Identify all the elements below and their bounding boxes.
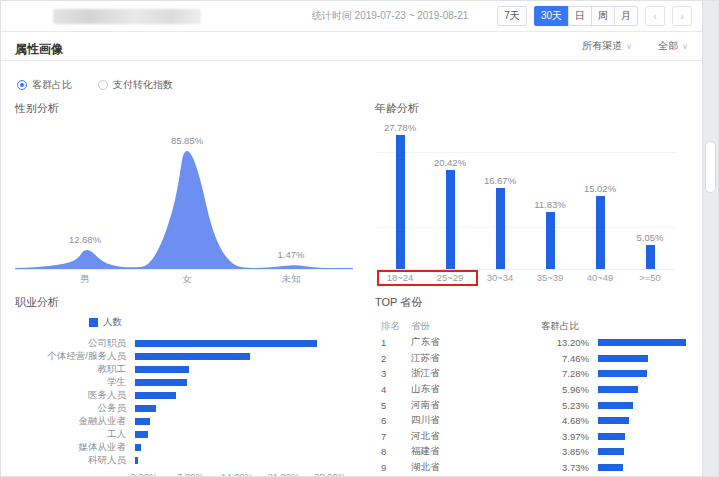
province-rank: 3	[381, 368, 411, 379]
scope-filter-dropdown[interactable]: 全部∨	[658, 39, 688, 60]
province-rank: 7	[381, 431, 411, 442]
province-row-四川省: 6四川省4.68%	[381, 413, 688, 429]
province-share-value: 7.28%	[541, 368, 589, 379]
app-window: 统计时间 2019-07-23 ~ 2019-08-21 7天30天日周月 ‹ …	[0, 0, 719, 477]
province-name: 山东省	[411, 383, 541, 396]
gender-chart-title: 性别分析	[15, 101, 355, 116]
occupation-bar-chart: 公司职员个体经营/服务人员教职工学生医务人员公务员金融从业者工人媒体从业者科研人…	[15, 337, 355, 467]
age-category-axis: 18~2425~2930~3435~3940~49>=50	[375, 272, 675, 283]
page-title: 属性画像	[15, 41, 63, 60]
header-share: 客群占比	[541, 320, 589, 333]
gender-value-label: 12.68%	[69, 234, 101, 245]
age-category-label: 40~49	[575, 272, 625, 283]
occupation-bar	[135, 405, 156, 412]
province-share-value: 4.68%	[541, 415, 589, 426]
content-area: 客群占比支付转化指数 性别分析 12.68%85.85%1.47%男女未知 年龄…	[1, 61, 702, 477]
charts-row-1: 性别分析 12.68%85.85%1.47%男女未知 年龄分析 27.7	[15, 101, 688, 286]
province-share-value: 7.46%	[541, 353, 589, 364]
province-bar-track	[589, 433, 688, 440]
province-share-value: 3.73%	[541, 462, 589, 473]
top-bar: 统计时间 2019-07-23 ~ 2019-08-21 7天30天日周月 ‹ …	[1, 1, 702, 32]
time-range-button-周[interactable]: 周	[591, 6, 615, 26]
time-range-button-日[interactable]: 日	[568, 6, 592, 26]
province-bar	[598, 464, 623, 471]
metric-radio-group: 客群占比支付转化指数	[17, 78, 688, 92]
scrollbar-track[interactable]	[702, 1, 718, 476]
age-value-label: 20.42%	[434, 157, 466, 168]
age-bar-column-30~34: 16.67%	[475, 122, 525, 269]
radio-icon	[17, 80, 27, 90]
age-bar	[546, 212, 555, 269]
province-bar	[598, 402, 633, 409]
age-section: 年龄分析 27.78%20.42%16.67%11.83%15.02%5.05%…	[375, 101, 688, 286]
channel-filter-value: 所有渠道	[582, 40, 622, 51]
gender-section: 性别分析 12.68%85.85%1.47%男女未知	[15, 101, 355, 286]
occupation-bar-track	[135, 431, 355, 438]
province-name: 河南省	[411, 399, 541, 412]
scrollbar-thumb[interactable]	[705, 141, 716, 193]
stat-time-label: 统计时间	[312, 10, 352, 21]
province-share-value: 3.85%	[541, 446, 589, 457]
occupation-x-tick: 28.00%	[314, 471, 346, 477]
occupation-bar-track	[135, 340, 355, 347]
province-bar-track	[589, 402, 688, 409]
time-range-group: 7天30天日周月	[490, 6, 638, 26]
occupation-bar	[135, 392, 176, 399]
occupation-label: 医务人员	[15, 389, 135, 402]
sub-bar: 属性画像 所有渠道∨ 全部∨	[1, 32, 702, 61]
occupation-bar-track	[135, 379, 355, 386]
top-provinces-section: TOP 省份 排名省份客群占比1广东省13.20%2江苏省7.46%3浙江省7.…	[375, 295, 688, 477]
province-name: 四川省	[411, 414, 541, 427]
metric-radio-客群占比[interactable]: 客群占比	[17, 78, 72, 92]
age-bar	[396, 135, 405, 269]
province-bar-track	[589, 370, 688, 377]
next-period-button[interactable]: ›	[672, 6, 692, 26]
gender-category-label: 未知	[282, 273, 301, 286]
province-bar	[598, 417, 629, 424]
province-rank: 2	[381, 353, 411, 364]
metric-radio-label: 支付转化指数	[113, 78, 173, 92]
channel-filter-dropdown[interactable]: 所有渠道∨	[582, 39, 632, 60]
top-provinces-title: TOP 省份	[375, 295, 688, 310]
province-name: 广东省	[411, 336, 541, 349]
redacted-page-title	[53, 9, 201, 24]
province-bar	[598, 433, 625, 440]
age-bar-column-35~39: 11.83%	[525, 122, 575, 269]
occupation-row-工人: 工人	[15, 428, 355, 441]
province-row-广东省: 1广东省13.20%	[381, 335, 688, 351]
metric-radio-支付转化指数[interactable]: 支付转化指数	[98, 78, 173, 92]
legend-swatch-icon	[89, 318, 98, 327]
age-category-label: 35~39	[525, 272, 575, 283]
occupation-label: 媒体从业者	[15, 441, 135, 454]
occupation-x-tick: 21.00%	[267, 471, 299, 477]
province-bar-track	[589, 386, 688, 393]
province-rank: 6	[381, 415, 411, 426]
chevron-down-icon: ∨	[682, 42, 688, 51]
charts-row-2: 职业分析 人数 公司职员个体经营/服务人员教职工学生医务人员公务员金融从业者工人…	[15, 295, 688, 477]
time-range-button-7天[interactable]: 7天	[497, 6, 527, 26]
occupation-label: 金融从业者	[15, 415, 135, 428]
age-value-label: 16.67%	[484, 175, 516, 186]
time-range-button-30天[interactable]: 30天	[534, 6, 569, 26]
age-bar	[646, 245, 655, 270]
province-rank: 4	[381, 384, 411, 395]
province-share-value: 13.20%	[541, 337, 589, 348]
age-value-label: 5.05%	[637, 232, 664, 243]
occupation-x-tick: 14.00%	[221, 471, 253, 477]
age-bar-column-40~49: 15.02%	[575, 122, 625, 269]
occupation-row-金融从业者: 金融从业者	[15, 415, 355, 428]
prev-period-button[interactable]: ‹	[645, 6, 665, 26]
province-share-value: 5.23%	[541, 400, 589, 411]
occupation-x-axis: 0.00%7.00%14.00%21.00%28.00%	[144, 471, 330, 477]
province-name: 浙江省	[411, 367, 541, 380]
occupation-row-科研人员: 科研人员	[15, 454, 355, 467]
occupation-x-tick: 0.00%	[131, 471, 158, 477]
province-bar-track	[589, 448, 688, 455]
occupation-bar-track	[135, 457, 355, 464]
legend-label: 人数	[103, 316, 122, 329]
red-highlight-box	[377, 270, 478, 286]
age-bar-column-25~29: 20.42%	[425, 122, 475, 269]
age-value-label: 11.83%	[534, 199, 566, 210]
time-range-button-月[interactable]: 月	[614, 6, 638, 26]
age-chart-title: 年龄分析	[375, 101, 688, 116]
